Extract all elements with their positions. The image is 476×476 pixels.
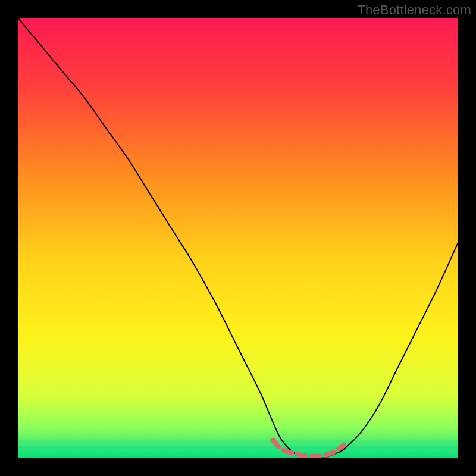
bottleneck-curve bbox=[18, 18, 458, 458]
chart-container: TheBottleneck.com bbox=[0, 0, 476, 476]
plot-area bbox=[18, 18, 458, 458]
watermark-label: TheBottleneck.com bbox=[357, 2, 471, 18]
curve-overlay bbox=[18, 18, 458, 458]
svg-point-4 bbox=[270, 437, 276, 443]
